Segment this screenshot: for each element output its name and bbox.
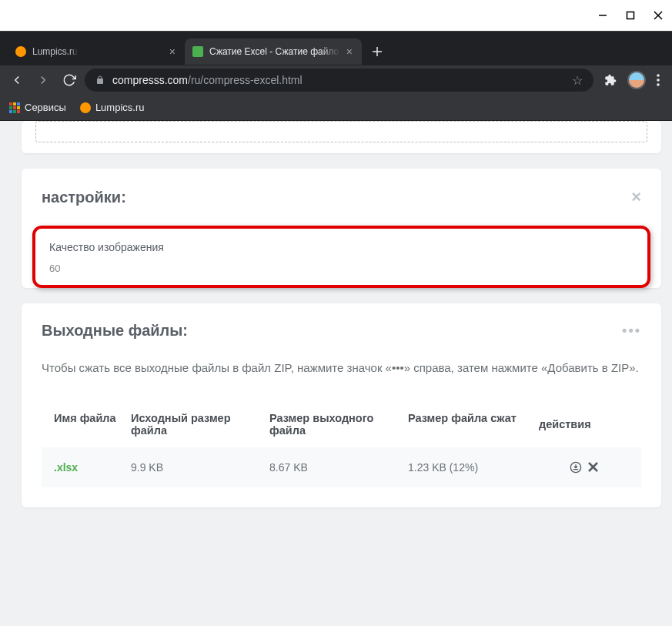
output-title: Выходные файлы: <box>42 322 188 340</box>
nav-forward-button[interactable] <box>32 69 54 91</box>
th-out-size: Размер выходного файла <box>269 412 408 437</box>
files-table: Имя файла Исходный размер файла Размер в… <box>42 401 641 487</box>
os-window: Lumpics.ru × Сжатие Excel - Сжатие файло… <box>0 0 672 626</box>
svg-point-8 <box>657 83 660 86</box>
extensions-icon[interactable] <box>604 74 617 86</box>
table-row: .xlsx 9.9 KB 8.67 KB 1.23 KB (12%) <box>42 447 641 487</box>
th-filename: Имя файла <box>54 412 131 437</box>
tab-lumpics[interactable]: Lumpics.ru × <box>8 38 185 65</box>
url-text: compresss.com/ru/compress-excel.html <box>112 74 303 86</box>
more-icon[interactable]: ••• <box>622 323 641 339</box>
apps-grid-icon <box>9 102 20 113</box>
table-header-row: Имя файла Исходный размер файла Размер в… <box>42 401 641 447</box>
cell-compressed: 1.23 KB (12%) <box>408 461 539 474</box>
cell-src-size: 9.9 KB <box>131 461 269 474</box>
nav-reload-button[interactable] <box>59 69 80 91</box>
dropzone[interactable] <box>35 121 647 142</box>
quality-value[interactable]: 60 <box>49 263 634 274</box>
quality-label: Качество изображения <box>49 241 634 253</box>
output-card: Выходные файлы: ••• Чтобы сжать все выхо… <box>22 303 661 507</box>
svg-point-7 <box>657 79 660 82</box>
favicon-lumpics <box>15 46 26 57</box>
bookmark-lumpics[interactable]: Lumpics.ru <box>80 102 145 113</box>
quality-setting-highlight: Качество изображения 60 <box>32 226 650 288</box>
bookmark-label: Lumpics.ru <box>95 102 145 113</box>
th-src-size: Исходный размер файла <box>131 412 269 437</box>
bookmarks-bar: Сервисы Lumpics.ru <box>0 95 672 121</box>
tab-compresss[interactable]: Сжатие Excel - Сжатие файлов X × <box>185 38 362 65</box>
tab-close-icon[interactable]: × <box>346 46 353 57</box>
delete-icon[interactable] <box>588 462 598 472</box>
lock-icon <box>95 75 105 85</box>
tab-title: Lumpics.ru <box>32 46 78 57</box>
window-close-button[interactable] <box>654 11 663 20</box>
th-compressed: Размер файла сжат <box>408 412 539 437</box>
tab-strip: Lumpics.ru × Сжатие Excel - Сжатие файло… <box>0 38 672 65</box>
settings-title: настройки: <box>42 189 126 206</box>
output-hint-text: Чтобы сжать все выходные файлы в файл ZI… <box>42 358 641 378</box>
tab-title: Сжатие Excel - Сжатие файлов X <box>209 46 340 57</box>
settings-card: настройки: × Качество изображения 60 <box>22 169 661 288</box>
bookmark-star-icon[interactable]: ☆ <box>572 73 583 88</box>
svg-rect-1 <box>627 12 634 19</box>
favicon-compresss <box>192 46 203 57</box>
bookmark-label: Сервисы <box>25 102 66 113</box>
url-bar[interactable]: compresss.com/ru/compress-excel.html ☆ <box>85 69 593 92</box>
toolbar: compresss.com/ru/compress-excel.html ☆ <box>0 65 672 95</box>
download-icon[interactable] <box>570 461 582 474</box>
file-link[interactable]: .xlsx <box>54 461 78 474</box>
titlebar <box>0 0 672 31</box>
close-icon[interactable]: × <box>631 187 641 207</box>
window-maximize-button[interactable] <box>626 11 635 20</box>
profile-avatar[interactable] <box>627 71 646 89</box>
window-minimize-button[interactable] <box>598 11 607 20</box>
page-content[interactable]: настройки: × Качество изображения 60 Вых… <box>0 121 672 626</box>
cell-out-size: 8.67 KB <box>269 461 408 474</box>
kebab-menu-icon[interactable] <box>657 74 660 86</box>
favicon-lumpics <box>80 102 91 113</box>
svg-point-6 <box>657 74 660 77</box>
bookmark-apps[interactable]: Сервисы <box>9 102 66 113</box>
th-actions: действия <box>539 412 629 437</box>
upload-card <box>22 121 661 153</box>
browser-chrome: Lumpics.ru × Сжатие Excel - Сжатие файло… <box>0 31 672 121</box>
tab-close-icon[interactable]: × <box>169 46 176 57</box>
new-tab-button[interactable] <box>366 41 388 62</box>
nav-back-button[interactable] <box>6 69 28 91</box>
